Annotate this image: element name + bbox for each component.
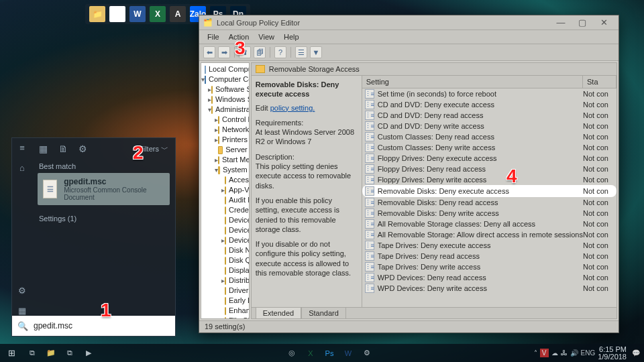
help-button[interactable]: ? <box>274 46 286 58</box>
setting-row[interactable]: ⋮≡Tape Drives: Deny execute accessNot co… <box>362 240 616 251</box>
setting-row[interactable]: ⋮≡Tape Drives: Deny read accessNot con <box>362 251 616 261</box>
minimize-button[interactable]: — <box>550 17 572 27</box>
tree-node[interactable]: ▸Enhanced Storage Access <box>201 306 249 316</box>
app-excel-icon[interactable]: X <box>150 6 166 22</box>
setting-row[interactable]: ⋮≡CD and DVD: Deny write accessNot con <box>362 121 616 131</box>
settings-icon[interactable]: ⚙ <box>78 143 87 154</box>
tree-node[interactable]: ▸Credentials Delegation <box>201 205 249 215</box>
tray-network-icon[interactable]: 🖧 <box>561 349 568 357</box>
tree-node[interactable]: ▸Distributed COM <box>201 276 249 286</box>
ps2-icon[interactable]: Ps <box>320 346 339 361</box>
tray-up-icon[interactable]: ˄ <box>534 349 537 357</box>
setting-row[interactable]: ⋮≡CD and DVD: Deny execute accessNot con <box>362 99 616 110</box>
tab-standard[interactable]: Standard <box>301 308 346 318</box>
search-box[interactable]: 🔍 <box>12 316 175 336</box>
excel2-icon[interactable]: X <box>301 346 320 361</box>
tree-node[interactable]: ▸Server <box>201 145 249 155</box>
taskview-icon[interactable]: ⧉ <box>23 346 42 361</box>
details-header: Removable Storage Access <box>252 63 616 76</box>
setting-row[interactable]: ⋮≡Floppy Drives: Deny read accessNot con <box>362 164 616 174</box>
start-button[interactable]: ⊞ <box>0 348 23 358</box>
apps-icon[interactable]: ▦ <box>39 143 48 154</box>
setting-row[interactable]: ⋮≡Removable Disks: Deny write accessNot … <box>362 208 616 219</box>
menu-file[interactable]: File <box>203 32 223 42</box>
app-garena-icon[interactable]: A <box>170 6 186 22</box>
tree-node[interactable]: ▸Device Installation <box>201 235 249 245</box>
setting-row[interactable]: ⋮≡Floppy Drives: Deny execute accessNot … <box>362 153 616 164</box>
video-icon[interactable]: ▶ <box>79 346 98 361</box>
tree-node[interactable]: ▸Driver Installation <box>201 286 249 296</box>
action-center-icon[interactable]: 💬 <box>632 349 640 357</box>
tree-node[interactable]: ▸Early Launch Antimalware <box>201 296 249 306</box>
tree-node[interactable]: ▸File Classification Infrastructure <box>201 316 249 319</box>
tree-node[interactable]: ▸Local Computer Policy <box>201 64 249 74</box>
app-chrome-icon[interactable]: ◎ <box>109 6 125 22</box>
setting-row[interactable]: ⋮≡All Removable Storage classes: Deny al… <box>362 219 616 229</box>
tree-node[interactable]: ▸Disk Quotas <box>201 255 249 265</box>
setting-row[interactable]: ⋮≡All Removable Storage: Allow direct ac… <box>362 229 616 240</box>
tree-node[interactable]: ▾Administrative Templates <box>201 105 249 115</box>
tree-node[interactable]: ▸Windows Settings <box>201 95 249 105</box>
search-result[interactable]: ☰ gpedit.msc Microsoft Common Console Do… <box>38 173 170 205</box>
tree-node[interactable]: ▸Control Panel <box>201 115 249 125</box>
app-explorer-icon[interactable]: 📁 <box>89 6 105 22</box>
app-word-icon[interactable]: W <box>129 6 146 22</box>
titlebar[interactable]: 🗂️ Local Group Policy Editor — ▢ ✕ <box>199 15 619 30</box>
tree-node[interactable]: ▸Network <box>201 125 249 135</box>
tree-node[interactable]: ▾System <box>201 165 249 175</box>
tray-unikey-icon[interactable]: V <box>540 349 549 357</box>
edit-policy-link[interactable]: policy setting. <box>270 104 315 112</box>
forward-button[interactable]: ➡ <box>218 46 230 58</box>
tree-node[interactable]: ▸Printers <box>201 135 249 145</box>
tree-node[interactable]: ▸Access-Denied Assistance <box>201 175 249 185</box>
setting-row[interactable]: ⋮≡Removable Disks: Deny execute accessNo… <box>362 185 616 197</box>
word2-icon[interactable]: W <box>339 346 358 361</box>
menu-view[interactable]: View <box>254 32 278 42</box>
close-button[interactable]: ✕ <box>593 17 614 27</box>
maximize-button[interactable]: ▢ <box>572 17 593 27</box>
vscode-icon[interactable]: ⧉ <box>60 346 79 361</box>
filter-button[interactable]: ▼ <box>310 46 322 58</box>
tree-node[interactable]: ▸Audit Process Creation <box>201 195 249 205</box>
tree-node[interactable]: ▾Computer Configuration <box>201 74 249 84</box>
setting-row[interactable]: ⋮≡Tape Drives: Deny write accessNot con <box>362 261 616 272</box>
scope-apps-icon[interactable]: ▦ <box>17 305 28 316</box>
refresh-button[interactable]: 🗐 <box>254 46 266 58</box>
properties-button[interactable]: ☰ <box>295 46 307 58</box>
settings2-icon[interactable]: ⚙ <box>358 346 376 361</box>
scope-settings-icon[interactable]: ⚙ <box>17 285 28 296</box>
tray-volume-icon[interactable]: 🔊 <box>570 349 578 357</box>
tree-pane[interactable]: ▸Local Computer Policy▾Computer Configur… <box>201 62 250 319</box>
tree-node[interactable]: ▸Display <box>201 265 249 276</box>
tree-node[interactable]: ▸Device Health Attestation Service <box>201 225 249 235</box>
setting-row[interactable]: ⋮≡Set time (in seconds) to force rebootN… <box>362 88 616 99</box>
setting-row[interactable]: ⋮≡Removable Disks: Deny read accessNot c… <box>362 197 616 208</box>
col-setting[interactable]: Setting <box>362 76 583 88</box>
setting-row[interactable]: ⋮≡Floppy Drives: Deny write accessNot co… <box>362 174 616 185</box>
setting-row[interactable]: ⋮≡WPD Devices: Deny write accessNot con <box>362 283 616 294</box>
tree-node[interactable]: ▸Disk NV Cache <box>201 245 249 255</box>
setting-row[interactable]: ⋮≡Custom Classes: Deny read accessNot co… <box>362 131 616 142</box>
scope-home-icon[interactable]: ⌂ <box>17 162 28 173</box>
clock[interactable]: 6:15 PM 1/9/2018 <box>598 346 629 361</box>
back-button[interactable]: ⬅ <box>203 46 215 58</box>
tray-onedrive-icon[interactable]: ☁ <box>551 349 558 357</box>
tree-node[interactable]: ▸Software Settings <box>201 84 249 95</box>
setting-row[interactable]: ⋮≡CD and DVD: Deny read accessNot con <box>362 110 616 121</box>
explorer-icon[interactable]: 📁 <box>42 346 60 361</box>
tree-node[interactable]: ▸Device Guard <box>201 215 249 225</box>
settings-group-label[interactable]: Settings (1) <box>32 205 175 232</box>
setting-row[interactable]: ⋮≡Custom Classes: Deny write accessNot c… <box>362 142 616 153</box>
scope-all-icon[interactable]: ≡ <box>17 142 28 153</box>
search-input[interactable] <box>34 321 170 330</box>
setting-row[interactable]: ⋮≡WPD Devices: Deny read accessNot con <box>362 272 616 283</box>
chrome-icon[interactable]: ◎ <box>282 346 301 361</box>
tray-lang[interactable]: ENG <box>581 349 596 357</box>
tree-node[interactable]: ▸Start Menu and Taskbar <box>201 155 249 165</box>
settings-list[interactable]: Setting Sta ⋮≡Set time (in seconds) to f… <box>362 76 616 307</box>
menu-help[interactable]: Help <box>280 32 303 42</box>
col-state[interactable]: Sta <box>583 76 616 88</box>
tab-extended[interactable]: Extended <box>256 308 301 318</box>
documents-icon[interactable]: 🗎 <box>58 143 68 154</box>
tree-node[interactable]: ▸App-V <box>201 185 249 195</box>
